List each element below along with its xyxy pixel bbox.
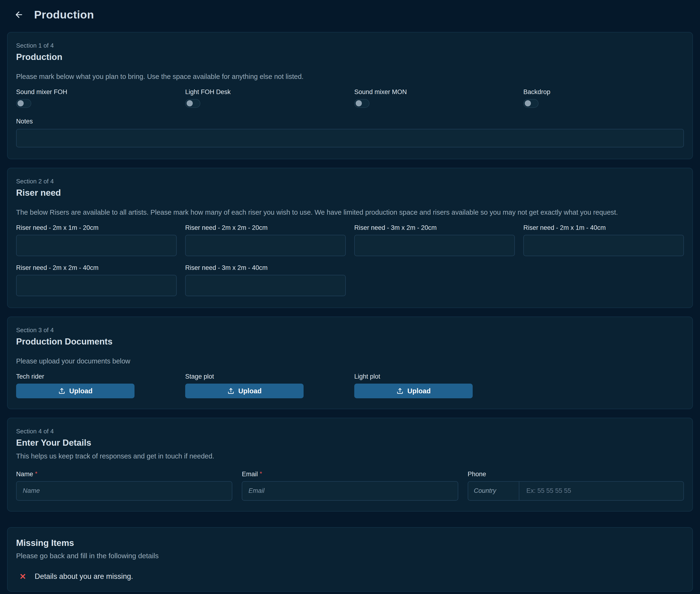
required-asterisk: * [260, 470, 262, 477]
riser-label: Riser need - 2m x 2m - 40cm [16, 264, 177, 271]
missing-items-subtitle: Please go back and fill in the following… [16, 552, 684, 560]
light-plot-upload-button[interactable]: Upload [354, 384, 473, 398]
missing-item-row: ✕ Details about you are missing. [16, 572, 684, 581]
riser-field: Riser need - 3m x 2m - 40cm [185, 264, 346, 297]
section-title: Enter Your Details [16, 438, 684, 448]
toggle-group-sound-mixer-mon: Sound mixer MON [354, 88, 515, 108]
upload-field-light-plot: Light plot Upload [354, 373, 515, 398]
toggle-label: Light FOH Desk [185, 88, 346, 96]
missing-items-title: Missing Items [16, 538, 684, 548]
notes-input[interactable] [16, 129, 684, 147]
section-4-details-card: Section 4 of 4 Enter Your Details This h… [7, 418, 693, 511]
riser-2x1-20-input[interactable] [16, 235, 177, 256]
arrow-left-icon [14, 10, 24, 20]
upload-field-stage-plot: Stage plot Upload [185, 373, 346, 398]
upload-label: Tech rider [16, 373, 177, 380]
page-title: Production [34, 8, 94, 21]
riser-label: Riser need - 3m x 2m - 20cm [354, 224, 515, 231]
tech-rider-upload-button[interactable]: Upload [16, 384, 135, 398]
phone-number-input[interactable] [519, 482, 684, 500]
riser-label: Riser need - 2m x 2m - 20cm [185, 224, 346, 231]
light-foh-desk-toggle[interactable] [185, 99, 200, 108]
upload-button-label: Upload [407, 387, 430, 395]
upload-button-label: Upload [69, 387, 92, 395]
toggle-group-sound-mixer-foh: Sound mixer FOH [16, 88, 177, 108]
toggle-knob [356, 100, 362, 106]
phone-field: Phone [468, 470, 684, 501]
sound-mixer-foh-toggle[interactable] [16, 99, 31, 108]
email-label: Email [242, 470, 258, 478]
section-3-production-documents-card: Section 3 of 4 Production Documents Plea… [7, 317, 693, 409]
notes-label: Notes [16, 118, 684, 125]
name-input[interactable] [16, 481, 232, 501]
toggle-label: Sound mixer FOH [16, 88, 177, 96]
email-input[interactable] [242, 481, 458, 501]
riser-field: Riser need - 3m x 2m - 20cm [354, 224, 515, 257]
upload-label: Stage plot [185, 373, 346, 380]
section-description: Please mark below what you plan to bring… [16, 72, 684, 81]
upload-icon [58, 387, 66, 395]
riser-2x1-40-input[interactable] [523, 235, 684, 256]
production-form-page: Production Section 1 of 4 Production Ple… [0, 0, 700, 594]
toggle-grid: Sound mixer FOH Light FOH Desk Sound mix… [16, 88, 684, 108]
required-asterisk: * [35, 470, 37, 477]
name-field: Name* [16, 470, 232, 501]
section-title: Production Documents [16, 337, 684, 346]
riser-label: Riser need - 3m x 2m - 40cm [185, 264, 346, 271]
section-description: Please upload your documents below [16, 357, 684, 366]
riser-field: Riser need - 2m x 1m - 20cm [16, 224, 177, 257]
section-2-riser-need-card: Section 2 of 4 Riser need The below Rise… [7, 168, 693, 308]
upload-field-tech-rider: Tech rider Upload [16, 373, 177, 398]
section-description: The below Risers are available to all ar… [16, 208, 684, 217]
backdrop-toggle[interactable] [523, 99, 538, 108]
upload-icon [396, 387, 404, 395]
riser-3x2-20-input[interactable] [354, 235, 515, 256]
phone-input-group [468, 481, 684, 501]
phone-country-input[interactable] [468, 482, 519, 500]
toggle-knob [18, 100, 24, 106]
toggle-label: Sound mixer MON [354, 88, 515, 96]
section-title: Production [16, 52, 684, 62]
upload-icon [227, 387, 235, 395]
toggle-label: Backdrop [523, 88, 684, 96]
name-label: Name [16, 470, 33, 478]
toggle-group-light-foh-desk: Light FOH Desk [185, 88, 346, 108]
riser-field: Riser need - 2m x 2m - 20cm [185, 224, 346, 257]
riser-label: Riser need - 2m x 1m - 40cm [523, 224, 684, 231]
toggle-group-backdrop: Backdrop [523, 88, 684, 108]
notes-field: Notes [16, 118, 684, 148]
section-1-production-card: Section 1 of 4 Production Please mark be… [7, 32, 693, 159]
riser-label: Riser need - 2m x 1m - 20cm [16, 224, 177, 231]
toggle-knob [525, 100, 531, 106]
section-description: This helps us keep track of responses an… [16, 452, 684, 461]
back-button[interactable] [13, 9, 25, 21]
email-field: Email* [242, 470, 458, 501]
sound-mixer-mon-toggle[interactable] [354, 99, 370, 108]
section-kicker: Section 3 of 4 [16, 327, 684, 334]
x-icon: ✕ [20, 572, 26, 581]
stage-plot-upload-button[interactable]: Upload [185, 384, 304, 398]
phone-label: Phone [468, 470, 684, 478]
riser-grid: Riser need - 2m x 1m - 20cm Riser need -… [16, 224, 684, 297]
riser-2x2-40-input[interactable] [16, 275, 177, 296]
section-kicker: Section 4 of 4 [16, 428, 684, 435]
riser-field: Riser need - 2m x 1m - 40cm [523, 224, 684, 257]
details-grid: Name* Email* Phone [16, 470, 684, 501]
riser-3x2-40-input[interactable] [185, 275, 346, 296]
toggle-knob [186, 100, 193, 106]
missing-item-text: Details about you are missing. [35, 572, 133, 581]
missing-items-card: Missing Items Please go back and fill in… [7, 527, 693, 592]
upload-label: Light plot [354, 373, 515, 380]
section-kicker: Section 2 of 4 [16, 178, 684, 185]
upload-grid: Tech rider Upload Stage plot Uplo [16, 373, 684, 398]
upload-button-label: Upload [238, 387, 261, 395]
riser-field: Riser need - 2m x 2m - 40cm [16, 264, 177, 297]
riser-2x2-20-input[interactable] [185, 235, 346, 256]
section-kicker: Section 1 of 4 [16, 42, 684, 49]
page-header: Production [0, 0, 700, 30]
section-title: Riser need [16, 188, 684, 198]
